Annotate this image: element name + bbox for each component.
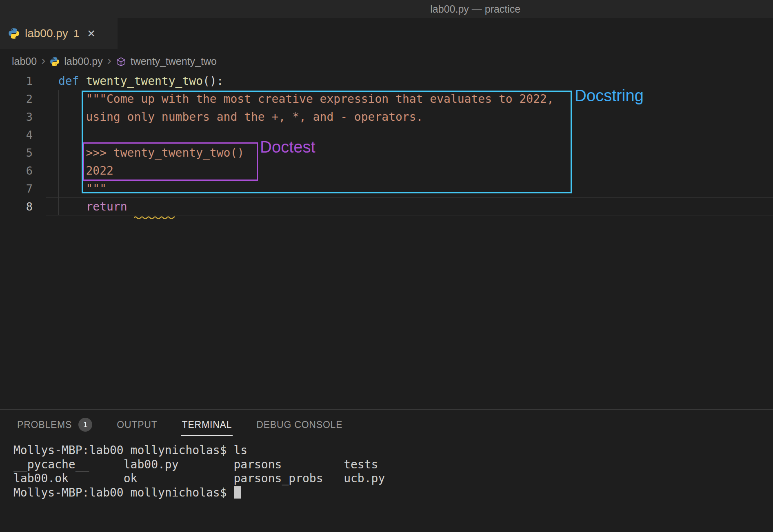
code-lines: 1def twenty_twenty_two():2 """Come up wi… <box>0 72 773 215</box>
line-number: 6 <box>0 164 33 177</box>
panel-tab-label: DEBUG CONSOLE <box>256 419 342 430</box>
breadcrumb-item-file[interactable]: lab00.py <box>64 55 103 67</box>
code-line[interactable]: 4 <box>0 126 773 144</box>
warning-squiggle-icon <box>134 208 175 213</box>
line-number: 1 <box>0 75 33 87</box>
window-title: lab00.py — practice <box>430 3 520 15</box>
chevron-right-icon: › <box>107 54 111 66</box>
terminal-line: Mollys-MBP:lab00 mollynicholas$ ls <box>13 443 769 458</box>
panel-tab-terminal[interactable]: TERMINAL <box>181 415 233 436</box>
line-number: 3 <box>0 111 33 123</box>
title-bar: lab00.py — practice <box>0 0 773 18</box>
terminal-line: lab00.ok ok parsons_probs ucb.py <box>13 472 769 486</box>
line-number: 2 <box>0 93 33 105</box>
line-number: 4 <box>0 129 33 141</box>
editor[interactable]: 1def twenty_twenty_two():2 """Come up wi… <box>0 70 773 409</box>
vscode-window: lab00.py — practice lab00.py 1 ✕ lab00 ›… <box>0 0 773 532</box>
code-text: def twenty_twenty_two(): <box>58 74 224 88</box>
code-text: using only numbers and the +, *, and - o… <box>58 110 423 124</box>
breadcrumb: lab00 › lab00.py › twenty_twenty_two <box>0 49 773 70</box>
code-text: 2022 <box>58 164 113 177</box>
code-line[interactable]: 1def twenty_twenty_two(): <box>0 72 773 90</box>
python-icon <box>8 28 20 39</box>
code-line[interactable]: 3 using only numbers and the +, *, and -… <box>0 108 773 126</box>
code-text: """ <box>58 182 107 195</box>
problems-count-badge: 1 <box>78 418 92 432</box>
terminal-cursor <box>234 486 241 499</box>
close-icon[interactable]: ✕ <box>87 28 96 40</box>
terminal-line: Mollys-MBP:lab00 mollynicholas$ <box>13 486 769 500</box>
panel-tab-problems[interactable]: PROBLEMS1 <box>16 413 93 437</box>
code-line[interactable]: 2 """Come up with the most creative expr… <box>0 90 773 108</box>
panel-tab-output[interactable]: OUTPUT <box>116 415 158 436</box>
tab-strip: lab00.py 1 ✕ <box>0 18 773 49</box>
panel-tab-label: OUTPUT <box>117 419 157 430</box>
panel-tab-debug-console[interactable]: DEBUG CONSOLE <box>255 415 343 436</box>
line-number: 5 <box>0 146 33 159</box>
panel-tabs: PROBLEMS1OUTPUTTERMINALDEBUG CONSOLE <box>0 410 773 441</box>
tab-filename: lab00.py <box>25 27 68 40</box>
code-line[interactable]: 8 return <box>0 197 773 215</box>
breadcrumb-item-folder[interactable]: lab00 <box>12 55 37 67</box>
symbol-cube-icon <box>116 57 126 67</box>
code-text: return <box>58 200 175 213</box>
line-number: 8 <box>0 200 33 213</box>
tab-lab00-py[interactable]: lab00.py 1 ✕ <box>0 18 118 49</box>
terminal-output[interactable]: Mollys-MBP:lab00 mollynicholas$ ls__pyca… <box>13 443 769 500</box>
panel-tab-label: PROBLEMS <box>17 419 72 430</box>
code-line[interactable]: 7 """ <box>0 180 773 197</box>
code-text: >>> twenty_twenty_two() <box>58 146 244 160</box>
terminal-line: __pycache__ lab00.py parsons tests <box>13 458 769 472</box>
panel-tab-label: TERMINAL <box>182 419 232 430</box>
breadcrumb-item-symbol[interactable]: twenty_twenty_two <box>131 55 217 67</box>
code-line[interactable]: 6 2022 <box>0 162 773 180</box>
bottom-panel: PROBLEMS1OUTPUTTERMINALDEBUG CONSOLE Mol… <box>0 409 773 532</box>
tab-problem-count: 1 <box>73 27 79 40</box>
code-text: """Come up with the most creative expres… <box>58 92 554 106</box>
code-line[interactable]: 5 >>> twenty_twenty_two() <box>0 144 773 162</box>
chevron-right-icon: › <box>41 54 45 66</box>
python-icon <box>50 57 60 66</box>
line-number: 7 <box>0 182 33 195</box>
